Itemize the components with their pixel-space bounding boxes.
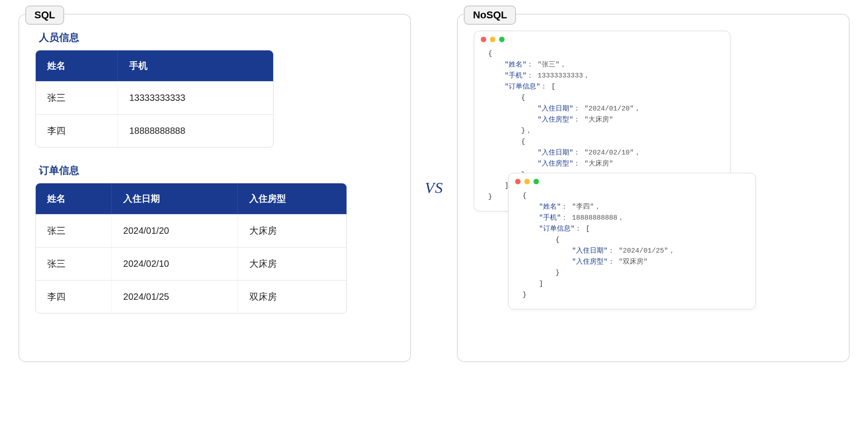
maximize-icon [499,37,505,42]
json-code-block: { "姓名"： "李四"， "手机"： 18888888888， "订单信息"：… [509,188,755,309]
close-icon [481,37,486,42]
nosql-panel: { "姓名"： "张三"， "手机"： 13333333333， "订单信息"：… [457,14,850,362]
cell: 张三 [36,81,118,114]
minimize-icon [490,37,495,42]
cell: 张三 [36,214,112,247]
table-header-row: 姓名 入住日期 入住房型 [36,183,346,214]
col-header: 入住房型 [238,183,346,214]
cell: 双床房 [238,280,346,313]
people-table: 姓名 手机 张三 13333333333 李四 18888888888 [35,50,274,148]
cell: 18888888888 [118,114,273,147]
maximize-icon [533,179,539,184]
json-document-window: { "姓名"： "李四"， "手机"： 18888888888， "订单信息"：… [508,173,756,309]
col-header: 手机 [118,50,273,81]
sql-panel: 人员信息 姓名 手机 张三 13333333333 李四 1888888888 [18,14,411,362]
sql-label: SQL [25,6,64,25]
cell: 张三 [36,247,112,280]
cell: 13333333333 [118,81,273,114]
table-header-row: 姓名 手机 [36,50,273,81]
window-controls [474,31,730,46]
people-table-title: 人员信息 [39,31,394,44]
cell: 2024/01/25 [112,280,238,313]
orders-table-title: 订单信息 [39,164,394,177]
table-row: 张三 2024/02/10 大床房 [36,247,346,280]
table-row: 李四 2024/01/25 双床房 [36,280,346,313]
cell: 大床房 [238,214,346,247]
window-controls [509,173,755,188]
cell: 2024/02/10 [112,247,238,280]
nosql-documents-area: { "姓名"： "张三"， "手机"： 13333333333， "订单信息"：… [474,31,833,342]
cell: 李四 [36,280,112,313]
col-header: 姓名 [36,50,118,81]
orders-table: 姓名 入住日期 入住房型 张三 2024/01/20 大床房 张三 2024/0… [35,183,347,314]
nosql-panel-wrapper: NoSQL { "姓名"： "张三"， "手机"： 13333333333， "… [457,14,850,362]
table-row: 张三 2024/01/20 大床房 [36,214,346,247]
minimize-icon [524,179,530,184]
sql-panel-wrapper: SQL 人员信息 姓名 手机 张三 13333333333 李四 [18,14,411,362]
vs-separator: VS [420,179,448,197]
close-icon [515,179,521,184]
comparison-container: SQL 人员信息 姓名 手机 张三 13333333333 李四 [18,14,850,362]
cell: 2024/01/20 [112,214,238,247]
col-header: 姓名 [36,183,112,214]
cell: 李四 [36,114,118,147]
table-row: 李四 18888888888 [36,114,273,147]
col-header: 入住日期 [112,183,238,214]
cell: 大床房 [238,247,346,280]
table-row: 张三 13333333333 [36,81,273,114]
nosql-label: NoSQL [464,6,516,25]
